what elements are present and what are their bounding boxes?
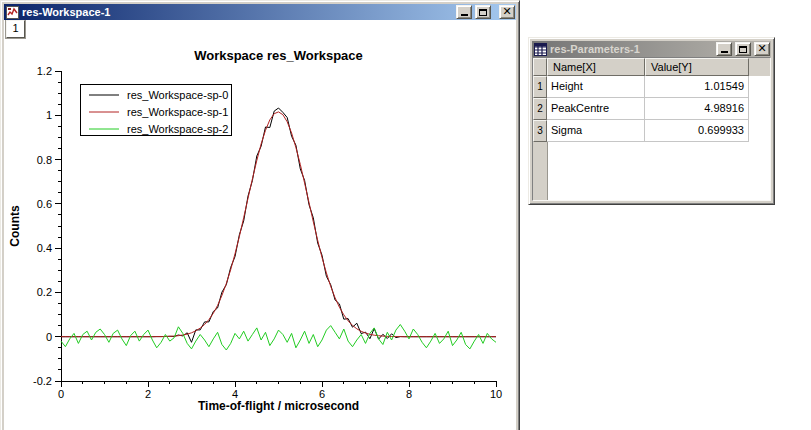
maximize-icon bbox=[479, 9, 487, 16]
series-res_Workspace-sp-2[interactable] bbox=[61, 325, 496, 351]
parameters-window-titlebar[interactable]: res-Parameters-1 ✕ bbox=[532, 41, 771, 57]
series-res_Workspace-sp-1[interactable] bbox=[61, 112, 496, 337]
legend-entry-label: res_Workspace-sp-0 bbox=[127, 89, 228, 101]
minimize-button[interactable] bbox=[716, 42, 732, 56]
graph-client-area: 1 0246810-0.200.20.40.60.811.2Workspace … bbox=[4, 20, 516, 430]
maximize-button[interactable] bbox=[475, 5, 491, 19]
y-tick-label: 0 bbox=[46, 331, 52, 343]
row-header[interactable]: 1 bbox=[533, 76, 547, 98]
name-cell[interactable]: Sigma bbox=[547, 120, 645, 142]
name-cell[interactable]: Height bbox=[547, 76, 645, 98]
graph-window-titlebar[interactable]: res-Workspace-1 ✕ bbox=[4, 4, 516, 20]
close-icon: ✕ bbox=[757, 44, 766, 54]
plot-window-icon[interactable] bbox=[6, 6, 19, 19]
row-header-strip bbox=[533, 142, 548, 200]
legend-entry-label: res_Workspace-sp-2 bbox=[127, 123, 228, 135]
table-row: 3Sigma0.699933 bbox=[533, 120, 770, 142]
graph-window-title: res-Workspace-1 bbox=[22, 4, 453, 20]
close-button[interactable]: ✕ bbox=[499, 5, 515, 19]
maximize-button[interactable] bbox=[735, 42, 751, 56]
graph-window: res-Workspace-1 ✕ 1 0246810-0.200.20.40.… bbox=[0, 0, 520, 430]
x-tick-label: 0 bbox=[58, 388, 64, 400]
maximize-icon bbox=[739, 46, 747, 53]
parameters-window: res-Parameters-1 ✕ Name[X] Value[Y] 1Hei… bbox=[528, 37, 775, 205]
minimize-icon bbox=[721, 51, 728, 53]
value-cell[interactable]: 1.01549 bbox=[645, 76, 749, 98]
pane-selector-tab[interactable]: 1 bbox=[6, 20, 25, 38]
close-button[interactable]: ✕ bbox=[754, 42, 770, 56]
y-tick-label: 0.8 bbox=[37, 154, 52, 166]
minimize-button[interactable] bbox=[456, 5, 472, 19]
table-window-icon[interactable] bbox=[534, 43, 547, 56]
legend-entry-label: res_Workspace-sp-1 bbox=[127, 106, 228, 118]
parameters-table: Name[X] Value[Y] 1Height1.015492PeakCent… bbox=[532, 57, 771, 201]
table-row: 1Height1.01549 bbox=[533, 76, 770, 98]
series-res_Workspace-sp-0[interactable] bbox=[61, 108, 496, 342]
y-tick-label: 1 bbox=[46, 109, 52, 121]
x-tick-label: 2 bbox=[145, 388, 151, 400]
y-tick-label: 0.6 bbox=[37, 198, 52, 210]
column-header-name[interactable]: Name[X] bbox=[547, 58, 645, 76]
table-row: 2PeakCentre4.98916 bbox=[533, 98, 770, 120]
x-axis-label: Time-of-flight / microsecond bbox=[198, 399, 359, 413]
minimize-icon bbox=[461, 14, 468, 16]
y-tick-label: 0.4 bbox=[37, 242, 52, 254]
table-empty-area bbox=[533, 142, 770, 200]
column-header-value[interactable]: Value[Y] bbox=[645, 58, 749, 76]
y-axis-label: Counts bbox=[8, 205, 22, 247]
chart-title: Workspace res_Workspace bbox=[194, 48, 363, 63]
y-tick-label: -0.2 bbox=[33, 375, 52, 387]
close-icon: ✕ bbox=[502, 7, 511, 17]
table-corner-cell[interactable] bbox=[533, 58, 547, 76]
parameters-window-title: res-Parameters-1 bbox=[550, 41, 713, 57]
x-tick-label: 10 bbox=[490, 388, 502, 400]
name-cell[interactable]: PeakCentre bbox=[547, 98, 645, 120]
table-header-filler bbox=[749, 58, 770, 76]
row-header[interactable]: 2 bbox=[533, 98, 547, 120]
table-header-row: Name[X] Value[Y] bbox=[533, 58, 770, 76]
value-cell[interactable]: 0.699933 bbox=[645, 120, 749, 142]
y-tick-label: 0.2 bbox=[37, 286, 52, 298]
y-tick-label: 1.2 bbox=[37, 65, 52, 77]
row-header[interactable]: 3 bbox=[533, 120, 547, 142]
value-cell[interactable]: 4.98916 bbox=[645, 98, 749, 120]
x-tick-label: 8 bbox=[406, 388, 412, 400]
workspace-chart[interactable]: 0246810-0.200.20.40.60.811.2Workspace re… bbox=[4, 20, 510, 424]
